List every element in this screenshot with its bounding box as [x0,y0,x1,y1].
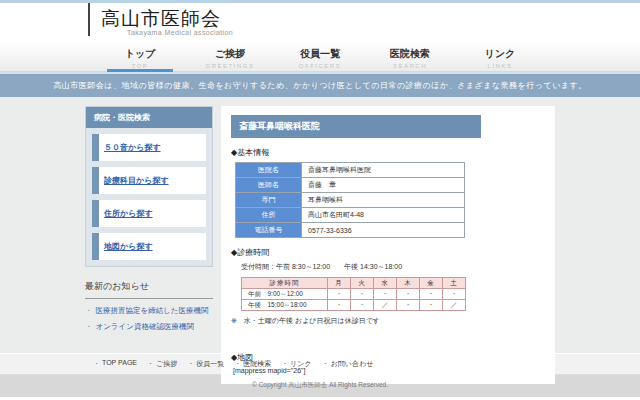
info-value: 0577-33-6336 [302,223,465,238]
availability-mark: ／ [374,300,397,311]
site-header: 高山市医師会 Takayama Medical association [0,3,640,42]
hours-header: 水 [374,278,397,289]
footer-link-label: 役員一覧 [196,359,224,369]
bullet: ・ [93,359,100,369]
table-row: 医院名 斎藤耳鼻咽喉科医院 [236,163,465,178]
table-row: 住所 高山市名田町4-48 [236,208,465,223]
basic-info-heading: ◆基本情報 [231,147,545,158]
hours-header: 木 [397,278,420,289]
hours-header: 土 [443,278,466,289]
nav-label: ご挨拶 [185,47,275,61]
info-value: 斎藤 章 [302,178,465,193]
availability-mark: ・ [397,289,420,300]
nav-item-search[interactable]: 医院検索 SEARCH [365,42,455,71]
hours-heading: ◆診療時間 [231,247,545,258]
main-nav: トップ TOP ご挨拶 GREETINGS 役員一覧 OFFICERS 医院検索… [0,42,640,72]
news-link-online-certification[interactable]: ・ オンライン資格確認医療機関 [85,322,213,332]
footer-link-label: TOP PAGE [102,359,137,369]
clinic-search-box: 病院・医院検索 ５０音から探す 診療科目から探す 住所から探す [85,106,213,267]
consultation-hours-table: 診療時間 月 火 水 木 金 土 午前 9:00～12:00 ・ ・ ・ ・ ・… [241,277,466,311]
info-label: 医院名 [236,163,302,178]
info-label: 住所 [236,208,302,223]
clinic-name-title: 斎藤耳鼻咽喉科医院 [231,115,481,138]
footer-link-contact[interactable]: ・ お問い合わせ [322,359,374,369]
sidebar-item-label: 地図から探す [99,233,158,260]
footer-link-top-page[interactable]: ・ TOP PAGE [93,359,137,369]
nav-item-top[interactable]: トップ TOP [95,42,185,71]
news-link-label: 医療措置協定を締結した医療機関 [96,306,209,316]
bullet: ・ [187,359,194,369]
nav-label: リンク [455,47,545,61]
bullet: ・ [322,359,329,369]
availability-mark: ・ [328,300,351,311]
site-subtitle: Takayama Medical association [127,29,233,36]
footer-link-greetings[interactable]: ・ ご挨拶 [147,359,177,369]
bullet: ・ [234,359,241,369]
info-label: 医師名 [236,178,302,193]
sidebar-item-search-by-address[interactable]: 住所から探す [92,200,206,227]
table-row: 医師名 斎藤 章 [236,178,465,193]
sidebar-item-label: ５０音から探す [99,134,166,161]
footer-link-label: 医院検索 [243,359,271,369]
sidebar-item-search-by-syllabary[interactable]: ５０音から探す [92,134,206,161]
main-area: 病院・医院検索 ５０音から探す 診療科目から探す 住所から探す [0,97,640,353]
item-accent-bar [92,200,99,227]
hours-header: 月 [328,278,351,289]
table-row: 電話番号 0577-33-6336 [236,223,465,238]
basic-info-table: 医院名 斎藤耳鼻咽喉科医院 医師名 斎藤 章 専門 耳鼻咽喉科 住所 高山市名田… [235,162,465,238]
hours-header: 金 [420,278,443,289]
news-section: 最新のお知らせ ・ 医療措置協定を締結した医療機関 ・ オンライン資格確認医療機… [85,280,213,332]
sidebar-item-search-by-department[interactable]: 診療科目から探す [92,167,206,194]
availability-mark: ／ [443,300,466,311]
availability-mark: ・ [443,289,466,300]
info-value: 高山市名田町4-48 [302,208,465,223]
bullet: ・ [147,359,154,369]
nav-sublabel: LINKS [455,63,545,69]
info-value: 斎藤耳鼻咽喉科医院 [302,163,465,178]
availability-mark: ・ [397,300,420,311]
map-heading: ◆地図 [231,352,545,363]
footer-link-links[interactable]: ・ リンク [281,359,312,369]
active-tab-underline [107,69,173,72]
table-row: 専門 耳鼻咽喉科 [236,193,465,208]
footer-link-officers[interactable]: ・ 役員一覧 [187,359,224,369]
sidebar: 病院・医院検索 ５０音から探す 診療科目から探す 住所から探す [85,106,213,338]
table-header-row: 診療時間 月 火 水 木 金 土 [242,278,466,289]
nav-sublabel: OFFICERS [275,63,365,69]
nav-label: 役員一覧 [275,47,365,61]
sidebar-item-label: 住所から探す [99,200,158,227]
site-logo[interactable]: 高山市医師会 Takayama Medical association [88,3,233,36]
news-link-label: オンライン資格確認医療機関 [96,322,194,332]
nav-item-links[interactable]: リンク LINKS [455,42,545,71]
table-row: 午前 9:00～12:00 ・ ・ ・ ・ ・ ・ [242,289,466,300]
time-slot: 午前 9:00～12:00 [242,289,328,300]
item-accent-bar [92,134,99,161]
bullet: ・ [85,306,93,316]
hours-header: 火 [351,278,374,289]
clinic-detail-panel: 斎藤耳鼻咽喉科医院 ◆基本情報 医院名 斎藤耳鼻咽喉科医院 医師名 斎藤 章 専… [221,106,555,384]
footer-link-clinic-search[interactable]: ・ 医院検索 [234,359,271,369]
availability-mark: ・ [420,289,443,300]
news-link-medical-agreement[interactable]: ・ 医療措置協定を締結した医療機関 [85,306,213,316]
footer-link-label: お問い合わせ [331,359,374,369]
nav-sublabel: SEARCH [365,63,455,69]
bullet: ・ [281,359,288,369]
item-accent-bar [92,233,99,260]
sidebar-item-search-by-map[interactable]: 地図から探す [92,233,206,260]
time-slot: 午後 15:00～18:00 [242,300,328,311]
intro-banner: 高山市医師会は、地域の皆様の健康、生命をお守りするため、かかりつけ医としての日常… [0,74,640,97]
nav-label: トップ [95,47,185,61]
nav-item-officers[interactable]: 役員一覧 OFFICERS [275,42,365,71]
availability-mark: ・ [328,289,351,300]
info-label: 専門 [236,193,302,208]
footer-link-label: リンク [290,359,312,369]
search-box-title: 病院・医院検索 [86,107,212,128]
nav-label: 医院検索 [365,47,455,61]
table-row: 午後 15:00～18:00 ・ ・ ／ ・ ・ ／ [242,300,466,311]
closed-days-note: ※ 水・土曜の午後 および日祝日は休診日です [231,316,545,326]
availability-mark: ・ [351,289,374,300]
bullet: ・ [85,322,93,332]
map-shortcode: [mappress mapid="26"] [233,367,545,374]
reception-hours: 受付時間：午前 8:30～12:00 午後 14:30～18:00 [241,262,545,272]
nav-item-greetings[interactable]: ご挨拶 GREETINGS [185,42,275,71]
